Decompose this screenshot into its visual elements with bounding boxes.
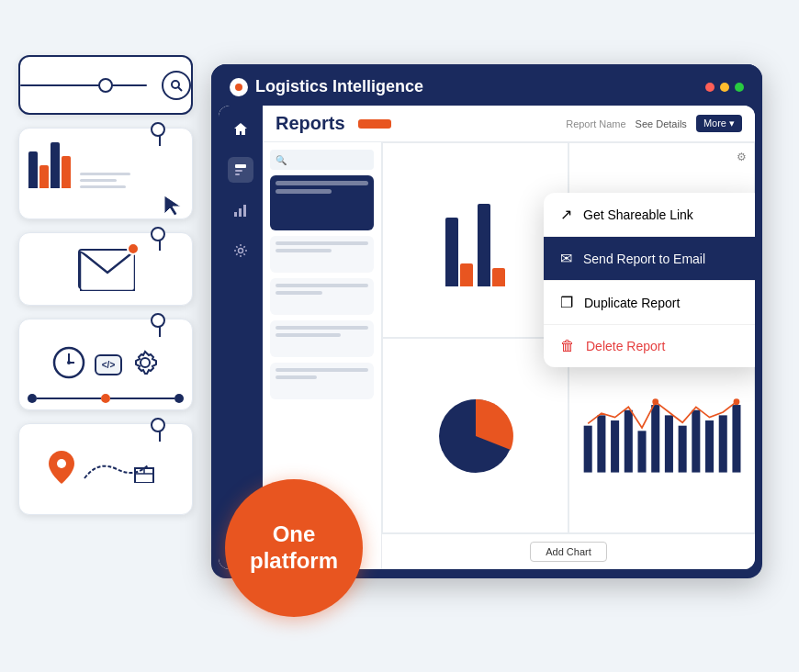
- list-line: [276, 368, 368, 372]
- see-details-button[interactable]: See Details: [636, 118, 687, 129]
- svg-rect-31: [732, 405, 740, 473]
- svg-rect-15: [234, 212, 237, 217]
- svg-line-1: [178, 87, 182, 91]
- duplicate-report-label: Duplicate Report: [584, 296, 680, 310]
- svg-rect-30: [719, 415, 727, 472]
- list-line: [276, 333, 341, 337]
- settings-icon[interactable]: ⚙: [737, 151, 747, 163]
- search-bar[interactable]: 🔍: [270, 150, 374, 170]
- list-line: [276, 375, 317, 379]
- email-feature-card: [18, 232, 193, 306]
- report-list-item-3[interactable]: [270, 320, 374, 357]
- svg-point-6: [67, 361, 71, 364]
- list-line: [276, 189, 332, 194]
- search-card: [18, 55, 193, 115]
- sidebar-settings-icon[interactable]: [228, 238, 253, 263]
- svg-point-7: [141, 358, 150, 367]
- sidebar-home-icon[interactable]: [228, 117, 253, 142]
- add-chart-bar: Add Chart: [382, 533, 755, 569]
- track-card-wrapper: [18, 423, 193, 515]
- list-line: [276, 326, 368, 330]
- search-icon-small: 🔍: [276, 155, 287, 165]
- get-shareable-link-item[interactable]: ↗ Get Shareable Link: [544, 193, 755, 237]
- reports-title: Reports: [276, 113, 345, 134]
- svg-rect-23: [625, 409, 633, 472]
- gear-icon: [131, 349, 159, 380]
- link-icon: ↗: [560, 206, 572, 223]
- email-card-wrapper: [18, 232, 193, 306]
- feature-cards: </>: [18, 55, 193, 515]
- duplicate-icon: ❐: [560, 294, 573, 311]
- bar: [492, 268, 505, 286]
- bar: [460, 263, 473, 286]
- svg-rect-20: [584, 425, 592, 472]
- duplicate-report-item[interactable]: ❐ Duplicate Report: [544, 281, 755, 325]
- svg-rect-24: [637, 431, 646, 472]
- notification-dot: [127, 242, 140, 255]
- dashboard-title: Logistics Intelligence: [255, 77, 423, 96]
- top-bar: Reports Report Name See Details More ▾: [263, 106, 755, 142]
- pie-chart: [430, 390, 522, 482]
- window-controls: [705, 83, 744, 92]
- delete-report-label: Delete Report: [586, 339, 665, 353]
- list-line: [276, 249, 332, 252]
- send-report-email-item[interactable]: ✉ Send Report to Email: [544, 237, 755, 281]
- sidebar-chart-icon[interactable]: [228, 197, 253, 223]
- svg-rect-26: [665, 415, 673, 472]
- search-icon: [162, 71, 191, 100]
- one-platform-text: One platform: [250, 521, 338, 575]
- line-chart: [579, 390, 745, 482]
- list-line: [276, 181, 368, 185]
- svg-rect-29: [705, 420, 714, 473]
- dashboard-header: Logistics Intelligence: [211, 64, 762, 106]
- svg-rect-13: [235, 170, 242, 172]
- sidebar-reports-icon[interactable]: [228, 157, 253, 183]
- tracking-feature-card: [18, 423, 193, 515]
- svg-rect-28: [692, 409, 700, 472]
- cursor-icon: [163, 194, 183, 218]
- bar: [478, 204, 490, 286]
- svg-point-18: [239, 249, 243, 253]
- bar-group-2: [478, 204, 505, 286]
- location-pin-icon: [49, 451, 74, 484]
- list-line: [276, 241, 368, 245]
- report-list-item-2[interactable]: [270, 278, 374, 315]
- envelope-icon: [78, 249, 133, 289]
- chart-card-wrapper: [18, 128, 193, 219]
- report-list-item-active[interactable]: [270, 175, 374, 230]
- get-shareable-link-label: Get Shareable Link: [583, 207, 693, 222]
- chart-feature-card: [18, 128, 193, 219]
- pie-chart-cell: [382, 338, 568, 533]
- svg-rect-14: [235, 174, 240, 175]
- bar-group-1: [445, 218, 473, 286]
- report-name-label: Report Name: [566, 118, 625, 129]
- svg-rect-16: [239, 208, 242, 217]
- svg-rect-17: [243, 205, 246, 217]
- delete-report-item[interactable]: 🗑 Delete Report: [544, 325, 755, 367]
- orange-accent-bar: [358, 119, 391, 129]
- bar-chart: [392, 195, 558, 286]
- dropdown-menu: ↗ Get Shareable Link ✉ Send Report to Em…: [544, 193, 755, 367]
- list-line: [276, 284, 368, 287]
- one-platform-badge: One platform: [225, 479, 363, 617]
- charts-area: ⚙ 📋: [382, 142, 755, 569]
- svg-rect-27: [679, 425, 687, 472]
- clock-icon: [52, 346, 85, 379]
- list-line: [276, 291, 322, 295]
- report-list-item-1[interactable]: [270, 236, 374, 273]
- route-icon: [80, 455, 163, 483]
- add-chart-button[interactable]: Add Chart: [530, 542, 607, 562]
- svg-point-32: [652, 398, 658, 405]
- svg-rect-12: [235, 164, 246, 168]
- email-icon: ✉: [560, 250, 572, 267]
- svg-rect-21: [597, 415, 605, 472]
- trash-icon: 🗑: [560, 338, 575, 354]
- report-list-item-4[interactable]: [270, 363, 374, 399]
- svg-rect-22: [611, 420, 619, 473]
- svg-rect-25: [651, 405, 659, 473]
- bar: [445, 218, 458, 286]
- svg-point-8: [57, 459, 66, 468]
- svg-point-33: [734, 398, 740, 405]
- more-button[interactable]: More ▾: [696, 115, 742, 132]
- svg-point-0: [172, 81, 179, 88]
